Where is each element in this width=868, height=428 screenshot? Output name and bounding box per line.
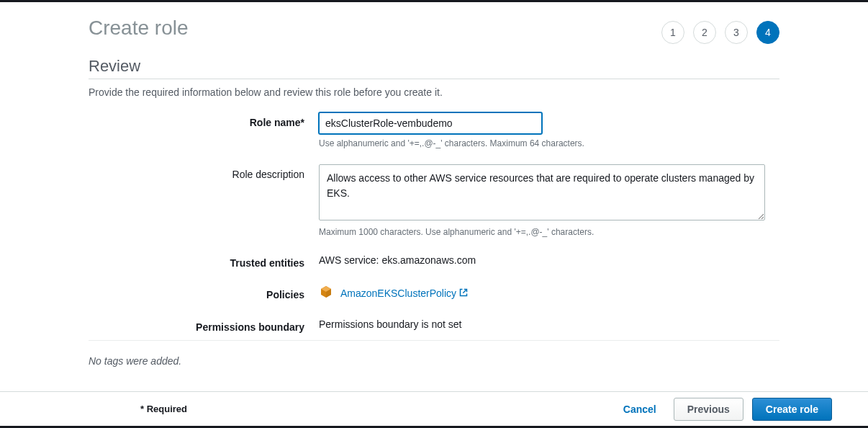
trusted-entities-label: Trusted entities	[89, 253, 319, 269]
role-description-textarea[interactable]	[319, 164, 765, 220]
section-description: Provide the required information below a…	[89, 86, 779, 98]
create-role-button[interactable]: Create role	[752, 398, 832, 421]
role-name-input[interactable]	[319, 112, 542, 134]
trusted-entities-row: Trusted entities AWS service: eks.amazon…	[89, 253, 779, 269]
role-name-label: Role name*	[89, 112, 319, 148]
permissions-boundary-label: Permissions boundary	[89, 317, 319, 333]
trusted-entities-value: AWS service: eks.amazonaws.com	[319, 253, 765, 266]
main-container: Create role 1 2 3 4 Review Provide the r…	[89, 2, 779, 367]
permissions-boundary-row: Permissions boundary Permissions boundar…	[89, 317, 779, 333]
header-row: Create role 1 2 3 4	[89, 17, 779, 44]
policy-name: AmazonEKSClusterPolicy	[340, 287, 456, 299]
step-4[interactable]: 4	[756, 21, 779, 44]
role-name-row: Role name* Use alphanumeric and '+=,.@-_…	[89, 112, 779, 148]
footer-buttons: Cancel Previous Create role	[615, 398, 832, 421]
footer-bar: * Required Cancel Previous Create role	[0, 391, 868, 426]
step-3[interactable]: 3	[725, 21, 748, 44]
policy-link[interactable]: AmazonEKSClusterPolicy	[340, 287, 468, 299]
page-title: Create role	[89, 17, 189, 40]
external-link-icon	[459, 287, 468, 299]
required-note: * Required	[140, 404, 187, 414]
role-description-help: Maximum 1000 characters. Use alphanumeri…	[319, 227, 765, 237]
permissions-boundary-value: Permissions boundary is not set	[319, 317, 765, 330]
no-tags-text: No tags were added.	[89, 355, 779, 367]
cancel-button[interactable]: Cancel	[615, 398, 665, 420]
policy-icon	[319, 285, 333, 301]
policies-label: Policies	[89, 285, 319, 301]
previous-button[interactable]: Previous	[674, 398, 743, 421]
wizard-steps: 1 2 3 4	[661, 17, 779, 44]
role-name-help: Use alphanumeric and '+=,.@-_' character…	[319, 138, 765, 148]
step-2[interactable]: 2	[693, 21, 716, 44]
policies-row: Policies AmazonEKSClusterPolicy	[89, 285, 779, 301]
section-title: Review	[89, 57, 779, 79]
step-1[interactable]: 1	[661, 21, 684, 44]
divider	[89, 340, 779, 341]
role-description-row: Role description Maximum 1000 characters…	[89, 164, 779, 237]
role-description-label: Role description	[89, 164, 319, 237]
